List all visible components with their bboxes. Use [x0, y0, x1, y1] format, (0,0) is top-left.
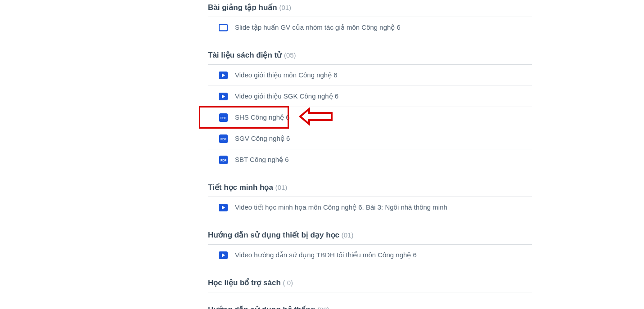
section-title: Hướng dẫn sử dụng thiết bị dạy học	[208, 231, 339, 239]
svg-text:PDF: PDF	[221, 158, 226, 161]
section-count: (05)	[284, 51, 296, 59]
section: Học liệu bổ trợ sách ( 0)	[208, 278, 532, 292]
slide-icon	[219, 23, 228, 32]
resource-item[interactable]: PDFSHS Công nghệ 6	[208, 107, 532, 128]
section: Tiết học minh họa (01)Video tiết học min…	[208, 183, 532, 218]
video-icon	[219, 71, 228, 80]
section-header: Hướng dẫn sử dụng hệ thống (02)	[208, 305, 532, 309]
section-header: Học liệu bổ trợ sách ( 0)	[208, 278, 532, 292]
section-count: (01)	[342, 231, 354, 239]
pdf-icon: PDF	[219, 113, 228, 122]
section-count: (01)	[275, 184, 288, 191]
pdf-icon: PDF	[219, 155, 228, 164]
svg-rect-0	[219, 24, 227, 31]
svg-text:PDF: PDF	[221, 137, 226, 140]
resource-item-label: SBT Công nghệ 6	[235, 156, 289, 164]
section: Hướng dẫn sử dụng thiết bị dạy học (01)V…	[208, 230, 532, 265]
video-icon	[219, 203, 228, 212]
section: Tài liệu sách điện tử (05)Video giới thi…	[208, 50, 532, 170]
resource-item-label: SHS Công nghệ 6	[235, 113, 290, 121]
resource-item[interactable]: Slide tập huấn GV của nhóm tác giả môn C…	[208, 17, 532, 38]
resource-item[interactable]: PDFSBT Công nghệ 6	[208, 149, 532, 170]
resource-item[interactable]: Video giới thiệu môn Công nghệ 6	[208, 65, 532, 86]
svg-text:PDF: PDF	[221, 116, 226, 119]
section-title: Hướng dẫn sử dụng hệ thống	[208, 305, 315, 309]
resource-item[interactable]: Video tiết học minh họa môn Công nghệ 6.…	[208, 197, 532, 218]
section-title: Tiết học minh họa	[208, 183, 273, 192]
section-header: Hướng dẫn sử dụng thiết bị dạy học (01)	[208, 230, 532, 245]
resource-item-label: SGV Công nghệ 6	[235, 134, 290, 143]
section-count: (02)	[317, 306, 329, 309]
video-icon	[219, 251, 228, 260]
resource-item-label: Video giới thiệu môn Công nghệ 6	[235, 71, 338, 79]
section-title: Học liệu bổ trợ sách	[208, 278, 281, 287]
section-header: Bài giảng tập huấn (01)	[208, 3, 532, 17]
section: Hướng dẫn sử dụng hệ thống (02)PDFHướng …	[208, 305, 532, 309]
resource-item-label: Video hướng dẫn sử dụng TBDH tối thiểu m…	[235, 251, 417, 259]
arrow-left-icon	[298, 107, 334, 127]
resource-item[interactable]: Video giới thiệu SGK Công nghệ 6	[208, 86, 532, 107]
section-title: Bài giảng tập huấn	[208, 3, 277, 12]
video-icon	[219, 92, 228, 101]
resource-item-label: Slide tập huấn GV của nhóm tác giả môn C…	[235, 23, 401, 31]
section-count: (01)	[279, 4, 291, 11]
section-header: Tiết học minh họa (01)	[208, 183, 532, 197]
section-count: ( 0)	[283, 279, 293, 287]
section-header: Tài liệu sách điện tử (05)	[208, 50, 532, 65]
resource-item[interactable]: PDFSGV Công nghệ 6	[208, 128, 532, 149]
section-title: Tài liệu sách điện tử	[208, 51, 282, 59]
pdf-icon: PDF	[219, 134, 228, 143]
section: Bài giảng tập huấn (01)Slide tập huấn GV…	[208, 3, 532, 38]
resource-item[interactable]: Video hướng dẫn sử dụng TBDH tối thiểu m…	[208, 245, 532, 265]
resource-item-label: Video tiết học minh họa môn Công nghệ 6.…	[235, 203, 447, 211]
resource-item-label: Video giới thiệu SGK Công nghệ 6	[235, 92, 338, 100]
